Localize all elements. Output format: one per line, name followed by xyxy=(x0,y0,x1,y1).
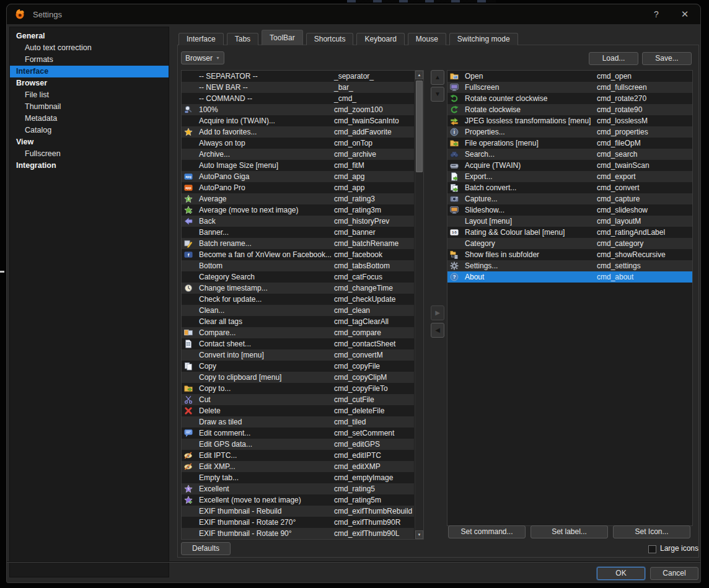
command-row[interactable]: Draw as tiled cmd_tiled xyxy=(182,416,414,428)
command-row[interactable]: Batch convert... cmd_convert xyxy=(447,182,692,193)
command-row[interactable]: Rotate counter clockwise cmd_rotate270 xyxy=(447,93,692,104)
command-row[interactable]: Excellent (move to next image) cmd_ratin… xyxy=(182,494,414,506)
command-row[interactable]: Batch rename... cmd_batchRename xyxy=(182,238,414,249)
tab[interactable]: Switching mode xyxy=(449,33,518,45)
title-bar[interactable]: Settings ? ✕ xyxy=(7,4,700,24)
sidebar-item[interactable]: Thumbnail xyxy=(10,101,169,113)
command-row[interactable]: JPEG lossless transformations [menu] cmd… xyxy=(447,115,692,126)
ok-button[interactable]: OK xyxy=(597,567,645,580)
close-icon[interactable]: ✕ xyxy=(676,4,694,24)
command-row[interactable]: Search... cmd_search xyxy=(447,149,692,160)
command-row[interactable]: Back cmd_historyPrev xyxy=(182,216,414,227)
add-command-button[interactable]: ▶ xyxy=(431,305,444,320)
command-row[interactable]: EXIF thumbnail - Rebuild cmd_exifThumbRe… xyxy=(182,506,414,517)
command-row[interactable]: Check for update... cmd_checkUpdate xyxy=(182,294,414,305)
sidebar-item[interactable]: Fullscreen xyxy=(10,148,169,160)
load-button[interactable]: Load... xyxy=(589,52,638,65)
command-row[interactable]: app AutoPano Pro cmd_app xyxy=(182,182,414,193)
tab[interactable]: Shortcuts xyxy=(306,33,354,45)
command-row[interactable]: 1-5 Rating && Colour label [menu] cmd_ra… xyxy=(447,227,692,238)
scrollbar[interactable]: ▲ ▼ xyxy=(415,71,423,539)
set-label-button[interactable]: Set label... xyxy=(531,525,608,538)
command-row[interactable]: Open cmd_open xyxy=(447,71,692,82)
scrollbar-up-icon[interactable]: ▲ xyxy=(415,71,423,79)
command-row[interactable]: Fullscreen cmd_fullscreen xyxy=(447,82,692,93)
command-row[interactable]: Settings... cmd_settings xyxy=(447,260,692,271)
command-row[interactable]: Average (move to next image) cmd_rating3… xyxy=(182,204,414,216)
save-button[interactable]: Save... xyxy=(642,52,692,65)
command-row[interactable]: Category Search cmd_catFocus xyxy=(182,271,414,283)
command-row[interactable]: Banner... cmd_banner xyxy=(182,227,414,238)
command-row[interactable]: Slideshow... cmd_slideshow xyxy=(447,204,692,216)
command-row[interactable]: -- NEW BAR -- _bar_ xyxy=(182,82,414,93)
command-row[interactable]: Copy to clipboard [menu] cmd_copyClipM xyxy=(182,372,414,383)
tab[interactable]: Keyboard xyxy=(356,33,404,45)
command-row[interactable]: Export... cmd_export xyxy=(447,171,692,182)
sidebar-item[interactable]: View xyxy=(10,136,169,148)
command-row[interactable]: Add to favorites... cmd_addFavorite xyxy=(182,126,414,138)
command-row[interactable]: Cut cmd_cutFile xyxy=(182,394,414,405)
command-row[interactable]: ? About cmd_about xyxy=(447,271,692,283)
set-command-button[interactable]: Set command... xyxy=(448,525,526,538)
sidebar-item[interactable]: Formats xyxy=(10,54,169,66)
tab[interactable]: ToolBar xyxy=(262,30,303,45)
command-row[interactable]: Archive... cmd_archive xyxy=(182,149,414,160)
sidebar-item[interactable]: Interface xyxy=(10,66,169,77)
sidebar-item[interactable]: File list xyxy=(10,89,169,101)
command-row[interactable]: -- COMMAND -- _cmd_ xyxy=(182,93,414,104)
command-row[interactable]: Layout [menu] cmd_layoutM xyxy=(447,216,692,227)
command-row[interactable]: Change timestamp... cmd_changeTime xyxy=(182,283,414,294)
defaults-button[interactable]: Defaults xyxy=(181,542,231,555)
toolbar-scope-select[interactable]: Browser ▼ xyxy=(181,51,224,64)
command-row[interactable]: Contact sheet... cmd_contactSheet xyxy=(182,338,414,349)
command-row[interactable]: Always on top cmd_onTop xyxy=(182,138,414,149)
sidebar-item[interactable]: Metadata xyxy=(10,113,169,125)
sidebar-item[interactable]: Auto text correction xyxy=(10,42,169,54)
command-row[interactable]: i Properties... cmd_properties xyxy=(447,126,692,138)
sidebar-item[interactable]: General xyxy=(10,30,169,42)
command-row[interactable]: 3 Average cmd_rating3 xyxy=(182,193,414,204)
command-row[interactable]: apg AutoPano Giga cmd_apg xyxy=(182,171,414,182)
command-row[interactable]: EXIF thumbnail - Rotate 270° cmd_exifThu… xyxy=(182,517,414,528)
sidebar-item[interactable]: Browser xyxy=(10,77,169,89)
command-row[interactable]: EXIF thumbnail - Rotate 90° cmd_exifThum… xyxy=(182,528,414,539)
command-row[interactable]: Edit comment... cmd_setComment xyxy=(182,428,414,439)
command-row[interactable]: Acquire (TWAIN) cmd_twainScan xyxy=(447,160,692,171)
move-up-button[interactable]: ▲ xyxy=(431,70,444,85)
command-row[interactable]: Bottom cmd_tabsBottom xyxy=(182,260,414,271)
command-row[interactable]: Category cmd_category xyxy=(447,238,692,249)
command-row[interactable]: 5 Excellent cmd_rating5 xyxy=(182,483,414,494)
move-down-button[interactable]: ▼ xyxy=(431,87,444,102)
command-row[interactable]: Empty tab... cmd_emptyImage xyxy=(182,472,414,483)
command-row[interactable]: f Become a fan of XnView on Facebook... … xyxy=(182,249,414,260)
command-row[interactable]: Auto Image Size [menu] cmd_fitM xyxy=(182,160,414,171)
large-icons-checkbox[interactable] xyxy=(648,545,656,553)
set-icon-button[interactable]: Set Icon... xyxy=(613,525,690,538)
command-row[interactable]: Capture... cmd_capture xyxy=(447,193,692,204)
command-row[interactable]: Delete cmd_deleteFile xyxy=(182,405,414,416)
command-row[interactable]: File operations [menu] cmd_fileOpM xyxy=(447,138,692,149)
sidebar-item[interactable]: Integration xyxy=(10,160,169,172)
command-row[interactable]: Convert into [menu] cmd_convertM xyxy=(182,349,414,361)
remove-command-button[interactable]: ◀ xyxy=(431,323,444,338)
tab[interactable]: Interface xyxy=(178,33,224,45)
sidebar-item[interactable]: Catalog xyxy=(10,125,169,136)
command-row[interactable]: -- SEPARATOR -- _separator_ xyxy=(182,71,414,82)
command-row[interactable]: Rotate clockwise cmd_rotate90 xyxy=(447,104,692,115)
tab[interactable]: Tabs xyxy=(227,33,258,45)
command-row[interactable]: Copy to... cmd_copyFileTo xyxy=(182,383,414,394)
command-row[interactable]: Edit GPS data... cmd_editGPS xyxy=(182,439,414,450)
scrollbar-thumb[interactable] xyxy=(416,81,423,172)
command-row[interactable]: Edit IPTC... cmd_editIPTC xyxy=(182,450,414,461)
cancel-button[interactable]: Cancel xyxy=(650,567,698,580)
command-row[interactable]: Edit XMP... cmd_editXMP xyxy=(182,461,414,472)
scrollbar-down-icon[interactable]: ▼ xyxy=(415,530,423,539)
command-row[interactable]: Clear all tags cmd_tagClearAll xyxy=(182,316,414,327)
command-row[interactable]: 100 100% cmd_zoom100 xyxy=(182,104,414,115)
command-row[interactable]: Compare... cmd_compare xyxy=(182,327,414,338)
help-button[interactable]: ? xyxy=(647,4,666,24)
command-row[interactable]: Show files in subfolder cmd_showRecursiv… xyxy=(447,249,692,260)
command-row[interactable]: Acquire into (TWAIN)... cmd_twainScanInt… xyxy=(182,115,414,126)
tab[interactable]: Mouse xyxy=(408,33,446,45)
command-row[interactable]: Copy cmd_copyFile xyxy=(182,361,414,372)
